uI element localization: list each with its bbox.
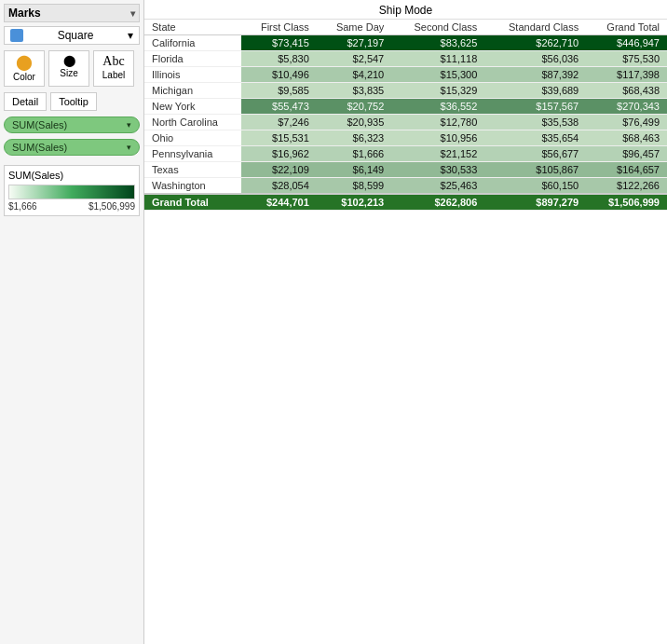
shape-selector[interactable]: Square ▾	[4, 26, 140, 45]
grand-total-cell-first_class: $244,701	[241, 194, 317, 211]
cell-same_day: $1,666	[317, 146, 391, 162]
pill-1-label: SUM(Sales)	[12, 119, 67, 130]
legend-min: $1,666	[8, 201, 37, 212]
label-label: Label	[102, 70, 125, 80]
table-row: New York$55,473$20,752$36,552$157,567$27…	[144, 99, 667, 115]
table-row: North Carolina$7,246$20,935$12,780$35,53…	[144, 115, 667, 130]
legend-gradient	[8, 185, 135, 199]
detail-label: Detail	[12, 96, 38, 107]
pill-1-chevron-icon: ▾	[127, 120, 131, 130]
cell-first_class: $28,054	[241, 178, 317, 195]
cell-standard_class: $39,689	[484, 83, 586, 99]
legend-labels: $1,666 $1,506,999	[8, 201, 135, 212]
data-table: State First Class Same Day Second Class …	[144, 20, 667, 211]
label-button[interactable]: Abc Label	[93, 50, 134, 87]
cell-grand_total: $96,457	[586, 146, 667, 162]
pill-2-chevron-icon: ▾	[127, 143, 131, 152]
detail-button[interactable]: Detail	[4, 92, 47, 111]
legend-section: SUM(Sales) $1,666 $1,506,999	[4, 165, 140, 216]
cell-second_class: $12,780	[391, 115, 484, 130]
marks-detail-row: Detail Tooltip	[4, 92, 140, 111]
color-button[interactable]: ⬤ Color	[4, 50, 45, 87]
cell-grand_total: $122,266	[586, 178, 667, 195]
shape-chevron-icon: ▾	[128, 29, 133, 42]
grand-total-cell-second_class: $262,806	[391, 194, 484, 211]
cell-second_class: $30,533	[391, 162, 484, 178]
cell-state: Florida	[144, 51, 241, 67]
cell-state: North Carolina	[144, 115, 241, 130]
square-icon	[10, 29, 23, 42]
cell-standard_class: $87,392	[484, 67, 586, 83]
marks-header: Marks ▾	[4, 4, 140, 22]
size-label: Size	[60, 68, 77, 78]
cell-grand_total: $75,530	[586, 51, 667, 67]
cell-standard_class: $60,150	[484, 178, 586, 195]
col-header-first-class: First Class	[241, 20, 317, 35]
cell-state: Ohio	[144, 130, 241, 146]
table-row: Ohio$15,531$6,323$10,956$35,654$68,463	[144, 130, 667, 146]
cell-state: Texas	[144, 162, 241, 178]
pill-2-label: SUM(Sales)	[12, 142, 67, 153]
cell-state: Pennsylvania	[144, 146, 241, 162]
pill-sum-sales-2[interactable]: SUM(Sales) ▾	[4, 139, 140, 156]
cell-second_class: $21,152	[391, 146, 484, 162]
legend-max: $1,506,999	[88, 201, 135, 212]
cell-standard_class: $56,036	[484, 51, 586, 67]
cell-standard_class: $157,567	[484, 99, 586, 115]
cell-same_day: $20,935	[317, 115, 391, 130]
cell-same_day: $8,599	[317, 178, 391, 195]
cell-second_class: $15,329	[391, 83, 484, 99]
label-icon: Abc	[102, 55, 124, 68]
size-button[interactable]: ⬤ Size	[48, 50, 89, 87]
cell-second_class: $15,300	[391, 67, 484, 83]
tooltip-button[interactable]: Tooltip	[50, 92, 97, 111]
cell-same_day: $3,835	[317, 83, 391, 99]
cell-grand_total: $68,463	[586, 130, 667, 146]
size-icon: ⬤	[63, 55, 75, 66]
cell-first_class: $15,531	[241, 130, 317, 146]
grand-total-cell-state: Grand Total	[144, 194, 241, 211]
cell-state: California	[144, 35, 241, 51]
cell-second_class: $10,956	[391, 130, 484, 146]
cell-first_class: $55,473	[241, 99, 317, 115]
color-icon: ⬤	[16, 55, 33, 70]
col-header-state: State	[144, 20, 241, 35]
grand-total-cell-standard_class: $897,279	[484, 194, 586, 211]
cell-grand_total: $117,398	[586, 67, 667, 83]
pill-sum-sales-1[interactable]: SUM(Sales) ▾	[4, 116, 140, 133]
cell-standard_class: $35,538	[484, 115, 586, 130]
table-row: California$73,415$27,197$83,625$262,710$…	[144, 35, 667, 51]
cell-second_class: $83,625	[391, 35, 484, 51]
cell-first_class: $9,585	[241, 83, 317, 99]
marks-icons-row: ⬤ Color ⬤ Size Abc Label	[4, 50, 140, 87]
cell-first_class: $73,415	[241, 35, 317, 51]
cell-state: New York	[144, 99, 241, 115]
color-label: Color	[13, 72, 35, 82]
cell-same_day: $6,323	[317, 130, 391, 146]
grand-total-cell-grand_total: $1,506,999	[586, 194, 667, 211]
cell-first_class: $7,246	[241, 115, 317, 130]
marks-label: Marks	[8, 7, 41, 20]
cell-standard_class: $105,867	[484, 162, 586, 178]
table-row: Texas$22,109$6,149$30,533$105,867$164,65…	[144, 162, 667, 178]
table-row: Pennsylvania$16,962$1,666$21,152$56,677$…	[144, 146, 667, 162]
cell-standard_class: $56,677	[484, 146, 586, 162]
cell-state: Washington	[144, 178, 241, 195]
table-row: Washington$28,054$8,599$25,463$60,150$12…	[144, 178, 667, 195]
marks-chevron-icon: ▾	[130, 8, 135, 19]
cell-first_class: $16,962	[241, 146, 317, 162]
cell-first_class: $5,830	[241, 51, 317, 67]
shape-label: Square	[58, 29, 94, 42]
cell-grand_total: $76,499	[586, 115, 667, 130]
main-content: Ship Mode State First Class Same Day Sec…	[144, 0, 667, 644]
col-header-grand-total: Grand Total	[586, 20, 667, 35]
table-row: Michigan$9,585$3,835$15,329$39,689$68,43…	[144, 83, 667, 99]
grand-total-row: Grand Total$244,701$102,213$262,806$897,…	[144, 194, 667, 211]
table-row: Florida$5,830$2,547$11,118$56,036$75,530	[144, 51, 667, 67]
cell-first_class: $10,496	[241, 67, 317, 83]
cell-second_class: $25,463	[391, 178, 484, 195]
table-header-row: State First Class Same Day Second Class …	[144, 20, 667, 35]
cell-grand_total: $446,947	[586, 35, 667, 51]
cell-same_day: $6,149	[317, 162, 391, 178]
cell-standard_class: $35,654	[484, 130, 586, 146]
